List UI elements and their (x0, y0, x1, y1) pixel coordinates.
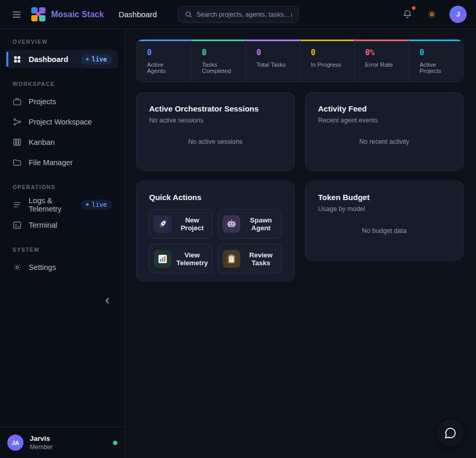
stat-value: 0 (202, 48, 235, 57)
stat-label: Total Tasks (257, 61, 289, 68)
topbar: Mosaic Stack Dashboard J (0, 0, 476, 29)
user-avatar[interactable]: J (449, 6, 467, 23)
robot-icon (223, 215, 240, 233)
new-project-button[interactable]: New Project (149, 209, 213, 239)
stat-label: Active Agents (147, 61, 180, 74)
gear-icon (13, 263, 22, 272)
sidebar-item-file-manager[interactable]: File Manager (6, 153, 118, 171)
sidebar-item-kanban[interactable]: Kanban (6, 133, 118, 151)
stat-total-tasks: 0 Total Tasks (246, 40, 300, 82)
sessions-card: Active Orchestrator Sessions No active s… (136, 92, 295, 171)
action-label: Review Tasks (245, 251, 277, 267)
stat-value: 0 (257, 48, 289, 57)
spawn-agent-button[interactable]: Spawn Agent (218, 209, 282, 239)
menu-button[interactable] (9, 7, 24, 22)
stat-in-progress: 0 In Progress (300, 40, 354, 82)
card-title: Quick Actions (149, 193, 282, 202)
sidebar-item-label: Projects (29, 97, 56, 106)
stat-label: Active Projects (420, 61, 453, 74)
bar-chart-icon (154, 250, 172, 268)
action-label: Spawn Agent (245, 216, 277, 232)
sidebar-item-logs-telemetry[interactable]: Logs & Telemetry live (6, 195, 118, 214)
view-telemetry-button[interactable]: View Telemetry (149, 244, 213, 274)
stat-value: 0 (311, 48, 344, 57)
sidebar-item-settings[interactable]: Settings (6, 258, 118, 276)
section-label-operations: OPERATIONS (13, 184, 112, 190)
chevron-left-icon (103, 296, 112, 305)
search-bar[interactable] (178, 6, 299, 23)
speech-bubble-icon (444, 427, 457, 439)
live-dot (86, 58, 89, 60)
search-input[interactable] (197, 11, 292, 18)
section-label-overview: OVERVIEW (13, 39, 112, 45)
card-title: Token Budget (318, 193, 450, 202)
sidebar-item-label: Settings (29, 263, 56, 271)
briefcase-icon (13, 97, 22, 106)
topbar-actions: J (400, 6, 467, 23)
stat-error-rate: 0% Error Rate (354, 40, 408, 82)
sidebar-item-label: Kanban (29, 138, 55, 146)
page-title: Dashboard (118, 10, 156, 19)
app-logo-icon (30, 7, 46, 22)
sidebar-item-label: Logs & Telemetry (29, 196, 74, 213)
log-lines-icon (13, 200, 22, 209)
section-label-workspace: WORKSPACE (13, 81, 112, 87)
live-badge: live (81, 200, 112, 210)
sidebar-item-terminal[interactable]: Terminal (6, 216, 118, 234)
brand-name: Mosaic Stack (51, 10, 104, 19)
activity-feed-card: Activity Feed Recent agent events No rec… (305, 92, 463, 171)
theme-toggle-button[interactable] (425, 7, 439, 21)
stat-active-projects: 0 Active Projects (409, 40, 463, 82)
stats-row: 0 Active Agents 0 Tasks Completed 0 Tota… (136, 39, 463, 82)
folder-icon (13, 158, 22, 167)
empty-state-text: No active sessions (149, 124, 282, 159)
dashboard-grid-icon (13, 55, 22, 64)
review-tasks-button[interactable]: Review Tasks (218, 244, 282, 274)
empty-state-text: No budget data (318, 213, 450, 249)
sun-icon (427, 9, 437, 19)
sidebar-item-projects[interactable]: Projects (6, 92, 118, 110)
sidebar-item-label: Terminal (29, 221, 57, 229)
bell-icon (402, 9, 412, 19)
sidebar-item-label: File Manager (29, 158, 73, 167)
hamburger-icon (11, 9, 22, 20)
section-label-system: SYSTEM (13, 246, 112, 253)
user-avatar-initials: JA (7, 435, 23, 451)
card-subtitle: Usage by model (318, 205, 450, 213)
stat-tasks-completed: 0 Tasks Completed (191, 40, 245, 82)
action-label: New Project (176, 216, 208, 232)
token-budget-card: Token Budget Usage by model No budget da… (305, 181, 463, 261)
sidebar-item-dashboard[interactable]: Dashboard live (6, 50, 118, 68)
terminal-icon (13, 220, 22, 230)
app-root: Mosaic Stack Dashboard J OVERVIEW (0, 0, 476, 458)
chat-fab-button[interactable] (438, 420, 463, 445)
sidebar: OVERVIEW Dashboard live WORKSPACE Projec… (0, 29, 125, 458)
search-icon (185, 10, 192, 18)
sidebar-collapse-button[interactable] (101, 294, 114, 307)
stat-label: In Progress (311, 61, 344, 68)
sidebar-item-label: Project Workspace (29, 118, 92, 126)
user-card[interactable]: JA Jarvis Member (0, 427, 125, 458)
network-nodes-icon (13, 117, 22, 127)
card-title: Activity Feed (318, 104, 450, 113)
stat-label: Tasks Completed (202, 61, 235, 74)
action-label: View Telemetry (176, 251, 208, 267)
sidebar-nav: OVERVIEW Dashboard live WORKSPACE Projec… (0, 29, 125, 278)
stat-value: 0 (420, 48, 453, 57)
stat-active-agents: 0 Active Agents (137, 40, 191, 82)
stat-label: Error Rate (365, 61, 398, 68)
stat-value: 0 (147, 48, 180, 57)
user-info: Jarvis Member (30, 435, 53, 451)
user-role: Member (30, 443, 53, 451)
main-content: 0 Active Agents 0 Tasks Completed 0 Tota… (125, 29, 476, 458)
sidebar-item-label: Dashboard (29, 55, 68, 64)
stat-value: 0% (365, 48, 398, 57)
notifications-button[interactable] (400, 7, 414, 21)
notification-dot (412, 6, 416, 10)
active-indicator (6, 52, 8, 67)
empty-state-text: No recent activity (318, 124, 450, 159)
online-status-dot (113, 441, 117, 445)
card-title: Active Orchestrator Sessions (149, 104, 282, 113)
sidebar-item-project-workspace[interactable]: Project Workspace (6, 113, 118, 131)
clipboard-icon (223, 250, 240, 268)
